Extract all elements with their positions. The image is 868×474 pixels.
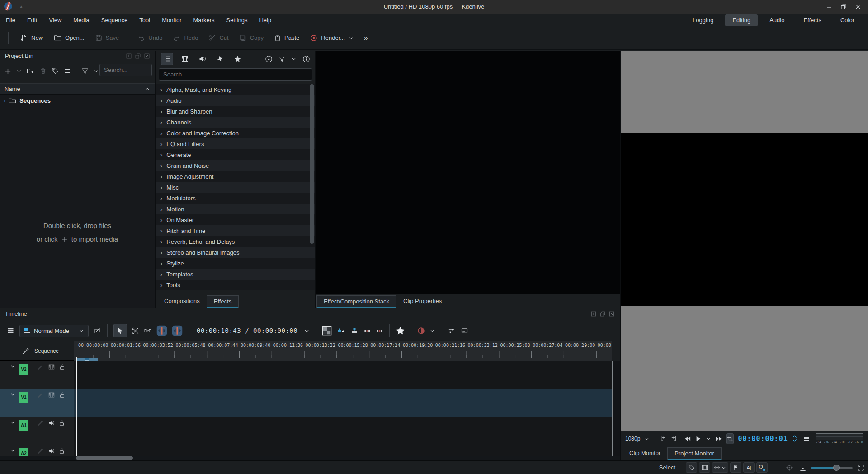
record-icon[interactable]: [417, 327, 425, 335]
lock-track-icon[interactable]: [59, 364, 66, 370]
move-button[interactable]: [712, 462, 728, 473]
tab-effect-composition-stack[interactable]: Effect/Composition Stack: [316, 295, 396, 308]
expand-chevron-icon[interactable]: ›: [160, 141, 162, 147]
lift-zone-icon[interactable]: [376, 327, 383, 334]
title-text-button[interactable]: A|: [743, 462, 755, 473]
effect-category[interactable]: › Channels: [156, 117, 315, 128]
track-tag-A1[interactable]: A1: [19, 420, 28, 431]
menu-item-view[interactable]: View: [43, 14, 67, 27]
expand-chevron-icon[interactable]: ›: [160, 271, 162, 278]
expand-chevron-icon[interactable]: ›: [160, 282, 162, 289]
lock-track-icon[interactable]: [59, 448, 65, 455]
expand-chevron-icon[interactable]: ›: [160, 162, 162, 169]
set-zone-in-icon[interactable]: [660, 435, 666, 442]
effects-scrollbar[interactable]: [310, 84, 314, 244]
effect-category[interactable]: › Templates: [156, 269, 315, 280]
track-lane-A2[interactable]: [74, 445, 612, 456]
effect-category[interactable]: › Misc: [156, 182, 315, 193]
zone-mode-button[interactable]: [726, 433, 734, 444]
tab-compositions[interactable]: Compositions: [157, 295, 207, 308]
track-target-icon[interactable]: [786, 464, 793, 471]
video-effects-icon[interactable]: [179, 53, 191, 65]
close-panel-icon[interactable]: [609, 311, 615, 317]
float-panel-icon[interactable]: [135, 53, 141, 59]
effect-category[interactable]: › Motion: [156, 204, 315, 214]
filter-chevron-icon[interactable]: [291, 56, 297, 62]
transitions-icon[interactable]: [214, 53, 226, 65]
effect-category[interactable]: › Stereo and Binaural Images: [156, 247, 315, 258]
collapse-track-chevron-icon[interactable]: [10, 420, 15, 425]
expand-chevron-icon[interactable]: ›: [160, 195, 162, 202]
project-bin-search-input[interactable]: [99, 64, 152, 76]
expand-chevron-icon[interactable]: ›: [160, 184, 162, 191]
expand-chevron-icon[interactable]: ›: [160, 152, 162, 158]
toolbar-overflow-icon[interactable]: »: [364, 34, 368, 42]
expand-chevron-icon[interactable]: ›: [160, 108, 162, 115]
collapse-chevron-icon[interactable]: [145, 86, 150, 92]
show-video-icon[interactable]: [48, 364, 55, 370]
menu-item-file[interactable]: File: [0, 14, 21, 27]
create-folder-icon[interactable]: [27, 67, 35, 75]
effect-category[interactable]: › Stylize: [156, 258, 315, 269]
track-header-A1[interactable]: A1: [0, 417, 74, 445]
effect-category[interactable]: › Reverb, Echo, and Delays: [156, 236, 315, 247]
monitor-video-area[interactable]: [621, 133, 868, 306]
paste-button[interactable]: Paste: [269, 30, 305, 46]
tag-button[interactable]: [686, 462, 697, 473]
expand-chevron-icon[interactable]: ›: [4, 97, 5, 104]
tab-clip-monitor[interactable]: Clip Monitor: [623, 447, 667, 460]
close-panel-icon[interactable]: [144, 53, 150, 59]
new-button[interactable]: New: [15, 30, 48, 46]
mute-audio-icon[interactable]: [48, 420, 55, 426]
expand-chevron-icon[interactable]: ›: [160, 217, 162, 223]
expand-chevron-icon[interactable]: ›: [160, 119, 162, 126]
tree-item-sequences[interactable]: › Sequences: [0, 95, 155, 106]
track-tag-A2[interactable]: A2: [19, 448, 28, 456]
menu-item-settings[interactable]: Settings: [220, 14, 253, 27]
menu-item-markers[interactable]: Markers: [188, 14, 221, 27]
track-effects-wand-icon[interactable]: [38, 392, 44, 398]
menu-item-sequence[interactable]: Sequence: [95, 14, 134, 27]
subtitles-icon[interactable]: [460, 327, 469, 334]
restore-button[interactable]: [836, 0, 851, 14]
play-chevron-icon[interactable]: [706, 436, 711, 441]
timecode-chevron-icon[interactable]: [304, 328, 310, 334]
collapse-track-chevron-icon[interactable]: [10, 448, 15, 453]
spacer-tool-icon[interactable]: [144, 327, 152, 334]
pin-panel-icon[interactable]: [590, 311, 597, 317]
timeline-zone-handle[interactable]: [85, 358, 89, 361]
track-effects-wand-icon[interactable]: [38, 420, 44, 426]
close-button[interactable]: [851, 0, 865, 14]
effect-category[interactable]: › Grain and Noise: [156, 160, 315, 171]
filter-icon[interactable]: [278, 56, 285, 62]
track-effects-wand-icon[interactable]: [38, 364, 44, 370]
track-tag-V1[interactable]: V1: [19, 392, 28, 403]
effect-category[interactable]: › Alpha, Mask, and Keying: [156, 84, 315, 95]
audio-mixer-icon[interactable]: [447, 327, 456, 334]
open-button[interactable]: Open...: [48, 30, 90, 46]
menu-item-tool[interactable]: Tool: [133, 14, 156, 27]
play-icon[interactable]: [695, 436, 702, 442]
mute-audio-icon[interactable]: [48, 448, 55, 454]
track-header-A2[interactable]: A2: [0, 445, 74, 456]
expand-chevron-icon[interactable]: ›: [160, 130, 162, 137]
menu-item-monitor[interactable]: Monitor: [156, 14, 187, 27]
effect-category[interactable]: › Pitch and Time: [156, 225, 315, 236]
menu-item-media[interactable]: Media: [67, 14, 95, 27]
expand-chevron-icon[interactable]: ›: [160, 97, 162, 104]
tab-project-monitor[interactable]: Project Monitor: [667, 447, 721, 460]
zoom-fullscreen-icon[interactable]: [857, 464, 864, 471]
effect-category[interactable]: › On Master: [156, 214, 315, 225]
audio-thumbnails-button[interactable]: Ω■: [756, 462, 768, 473]
zoom-slider-handle[interactable]: [833, 465, 840, 471]
download-effects-icon[interactable]: [265, 55, 273, 63]
track-header-V2[interactable]: V2: [0, 361, 74, 389]
workspace-editing[interactable]: Editing: [725, 14, 758, 26]
timeline-menu-icon[interactable]: [6, 327, 15, 334]
monitor-timecode[interactable]: 00:00:00:01: [738, 435, 788, 443]
rewind-icon[interactable]: [684, 436, 691, 442]
expand-chevron-icon[interactable]: ›: [160, 206, 162, 213]
expand-chevron-icon[interactable]: ›: [160, 238, 162, 245]
ruler-scale[interactable]: 00:00:00:0000:00:01:5600:00:03:5200:00:0…: [74, 341, 612, 361]
pin-panel-icon[interactable]: [126, 53, 132, 59]
